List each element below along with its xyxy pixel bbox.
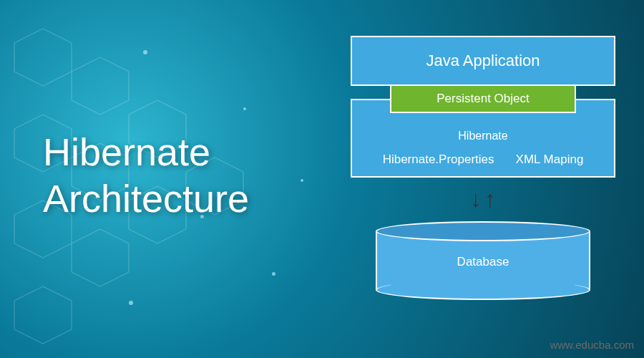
java-app-label: Java Application [426,52,540,70]
xml-mapping-label: XML Maping [516,153,584,167]
watermark-url: www.educba.com [550,339,634,351]
persistent-object-label: Persistent Object [436,92,529,106]
title-line-1: Hibernate [43,129,249,175]
persistent-object-layer: Persistent Object [390,84,576,113]
bidirectional-arrow-icon: ↓↑ [351,186,615,213]
page-title: Hibernate Architecture [43,129,249,222]
database-cylinder: Database [376,221,590,300]
hibernate-label: Hibernate [458,130,507,142]
hibernate-config-row: Hibernate.Properties XML Maping [383,153,584,167]
java-application-layer: Java Application [351,36,615,86]
hibernate-properties-label: Hibernate.Properties [383,153,494,167]
title-line-2: Architecture [43,175,249,222]
architecture-diagram: Java Application Persistent Object Hiber… [351,36,615,300]
database-label: Database [457,255,509,269]
